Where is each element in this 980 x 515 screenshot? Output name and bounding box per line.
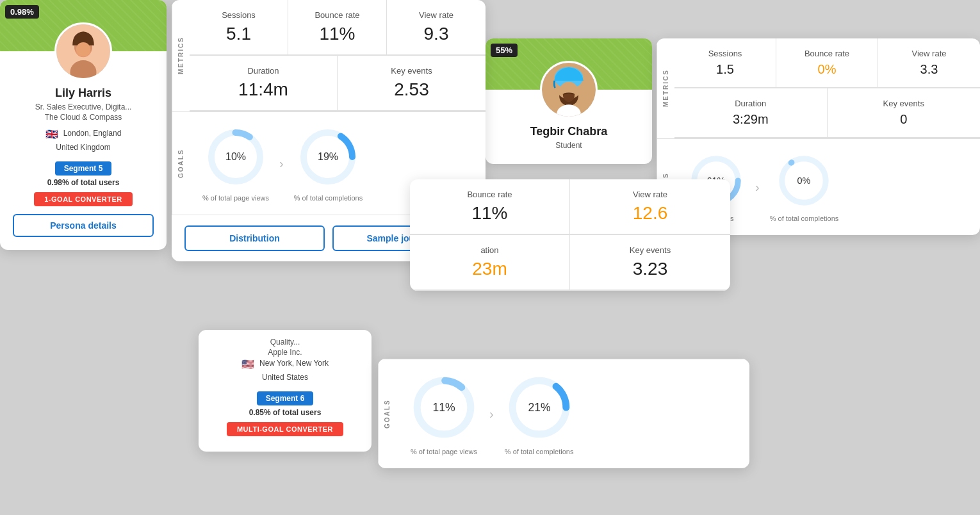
partial-duration-label: ation [425,245,554,255]
partial-overlay-panel: Bounce rate 11% View rate 12.6 ation 23m… [410,179,730,291]
metrics-grid-2: Sessions 1.5 Bounce rate 0% View rate 3.… [674,38,980,138]
svg-text:10%: 10% [225,151,246,162]
metrics-bottom-row-1: Duration 11:4m Key events 2.53 [190,56,486,111]
duration-label-1: Duration [205,66,322,76]
location-row-1: 🇬🇧 London, England [13,128,154,140]
percentage-badge-1: 0.98% [5,5,39,19]
distribution-btn-1[interactable]: Distribution [184,225,325,251]
card-banner-2: 55% [486,38,652,90]
persona-title-1: Sr. Sales Executive, Digita... [13,102,154,111]
duration-value-1: 11:4m [205,79,322,100]
sessions-label-2: Sessions [690,49,760,58]
key-events-value-1: 2.53 [353,79,470,100]
partial-duration-cell: ation 23m [410,235,570,290]
partial-bounce-cell: Bounce rate 11% [410,179,570,234]
partial-metrics-row-1: Bounce rate 11% View rate 12.6 [410,179,730,234]
card-body-1: Lily Harris Sr. Sales Executive, Digita.… [0,51,167,250]
persona-card-1: 0.98% Lily Harris Sr. Sales Executive, D… [0,0,167,250]
card3-body: Quality... Apple Inc. 🇺🇸 New York, New Y… [199,330,372,452]
metrics-top-section-2: METRICS Sessions 1.5 Bounce rate 0% View… [657,38,980,138]
persona-details-btn-1[interactable]: Persona details [13,214,154,237]
avatar-woman-svg [56,22,110,80]
donut-svg-pageviews-3: 11% [409,372,479,443]
completions-label-2: % of total completions [770,215,839,222]
duration-value-2: 3:29m [690,112,812,127]
key-events-label-1: Key events [353,66,470,76]
segment-badge-1: Segment 5 [55,161,112,176]
view-rate-label-2: View rate [894,49,965,58]
persona-company-1: The Cloud & Compass [13,113,154,122]
bounce-rate-cell-2: Bounce rate 0% [776,38,878,88]
donut-pageviews-1: 10% % of total page views [202,125,269,202]
converter-badge-1: 1-GOAL CONVERTER [34,192,132,206]
partial-top-row: Bounce rate 11% View rate 12.6 [410,179,730,235]
duration-cell-2: Duration 3:29m [674,88,828,138]
bounce-rate-value-2: 0% [792,62,862,77]
donut-completions-2: 0% % of total completions [770,152,839,222]
country-row-1: United Kingdom [13,143,154,154]
donut-completions-1: 19% % of total completions [294,125,363,202]
svg-point-3 [76,42,90,56]
total-users-1: 0.98% of total users [13,178,154,187]
partial-viewrate-cell: View rate 12.6 [570,179,730,234]
completions-label-1: % of total completions [294,194,363,202]
card3-country-row: United States [211,373,359,384]
card3-flag: 🇺🇸 [241,358,254,370]
partial-keyevents-label: Key events [585,245,715,255]
card-banner-1: 0.98% [0,0,167,51]
bounce-rate-cell-1: Bounce rate 11% [288,0,387,55]
card3-total-users: 0.85% of total users [211,408,359,417]
partial-bounce-label: Bounce rate [425,190,554,199]
partial-bounce-value: 11% [425,203,554,224]
segment-badge-3: Segment 6 [257,391,314,405]
partial-keyevents-cell: Key events 3.23 [570,235,730,290]
card3-location: 🇺🇸 New York, New York [211,358,359,370]
goals-content-3: 11% % of total page views › 21% % of tot… [396,359,749,468]
avatar-2 [540,61,598,119]
metrics-label-1: METRICS [172,0,190,111]
view-rate-cell-1: View rate 9.3 [387,0,486,55]
card3-city: New York, New York [259,359,329,368]
goals-panel-3: GOALS 11% % of total page views › 21% % … [378,359,749,468]
svg-text:21%: 21% [528,401,551,414]
view-rate-value-1: 9.3 [402,24,470,44]
avatar-man-svg [542,61,596,119]
key-events-cell-2: Key events 0 [828,88,981,138]
donut-svg-completions-1: 19% [296,125,360,189]
converter-badge-3: MULTI-GOAL CONVERTER [227,422,343,436]
svg-text:19%: 19% [318,151,338,162]
duration-cell-1: Duration 11:4m [190,56,338,111]
location-city-1: London, England [63,129,122,138]
key-events-cell-1: Key events 2.53 [338,56,486,111]
donut-svg-completions-3: 21% [504,372,575,443]
donut-completions-3: 21% % of total completions [504,372,575,455]
avatar-1 [54,22,112,80]
svg-text:11%: 11% [432,401,455,414]
card3-title2: Apple Inc. [211,348,359,357]
partial-metrics-row-2: ation 23m Key events 3.23 [410,235,730,290]
view-rate-label-1: View rate [402,10,470,20]
goals-label-3: GOALS [378,359,396,468]
partial-bottom-row: ation 23m Key events 3.23 [410,235,730,291]
card3-country: United States [262,373,308,382]
partial-keyevents-value: 3.23 [585,259,715,279]
key-events-value-2: 0 [843,112,965,127]
chevron-icon-1: › [279,156,284,171]
duration-label-2: Duration [690,99,812,108]
sessions-cell-2: Sessions 1.5 [674,38,776,88]
card3-persona: Quality... Apple Inc. 🇺🇸 New York, New Y… [199,330,372,452]
pageviews-label-3: % of total page views [411,448,477,455]
percentage-badge-2: 55% [491,44,518,57]
sessions-value-2: 1.5 [690,62,760,77]
sessions-cell-1: Sessions 5.1 [190,0,288,55]
persona-name-1: Lily Harris [13,86,154,100]
donut-svg-completions-2: 0% [775,152,833,209]
donut-svg-pageviews-1: 10% [204,125,268,189]
key-events-label-2: Key events [843,99,965,108]
bounce-rate-label-1: Bounce rate [304,10,371,20]
chevron-icon-2: › [755,180,760,195]
metrics-grid-1: Sessions 5.1 Bounce rate 11% View rate 9… [190,0,486,111]
persona-title-2: Student [498,141,639,150]
avatar-container-1 [54,22,112,80]
metrics-top-section: METRICS Sessions 5.1 Bounce rate 11% Vie… [172,0,486,111]
